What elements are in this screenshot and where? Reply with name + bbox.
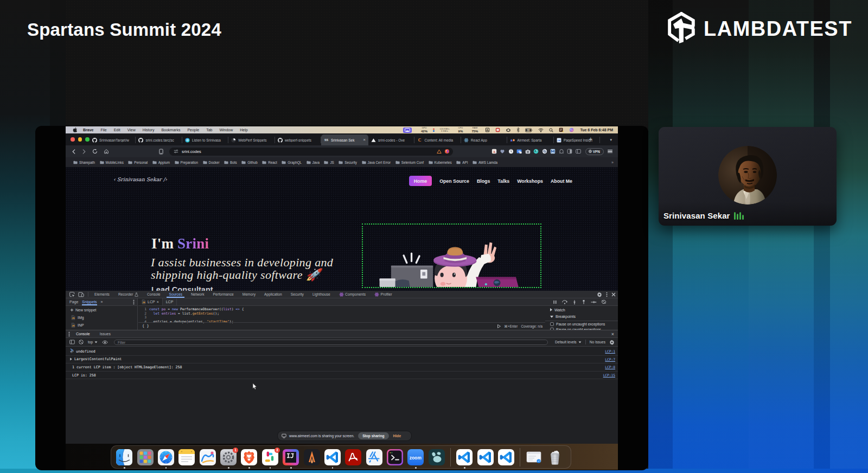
dbg-stepover-icon[interactable] <box>562 300 567 304</box>
ext-heart-icon[interactable] <box>500 149 505 154</box>
devtools-tab[interactable]: Sources <box>164 291 187 298</box>
bookmark-folder[interactable]: Kubernetes <box>429 161 452 164</box>
console-log-row[interactable]: 1 current LCP item : [object HTMLImageEl… <box>66 363 618 372</box>
forward-icon[interactable] <box>82 149 86 154</box>
console-close-icon[interactable]: × <box>611 331 614 337</box>
devtools-tab[interactable]: Lighthouse <box>308 291 335 298</box>
console-log-row[interactable]: undefined LCP:1 <box>66 348 618 356</box>
bookmark-folder[interactable]: AWS Lamda <box>473 161 497 164</box>
snippet-item[interactable]: JSINP <box>66 321 137 329</box>
menubar-menu[interactable]: Tab <box>206 128 212 132</box>
devtools-settings-icon[interactable] <box>597 292 602 297</box>
bookmark-folder[interactable]: GraphQL <box>282 161 302 164</box>
editor-file-tab[interactable]: LCP <box>163 298 177 305</box>
issues-count[interactable]: No Issues <box>590 340 605 344</box>
dock-app[interactable] <box>283 449 299 465</box>
stop-sharing-button[interactable]: Stop sharing <box>358 432 388 439</box>
site-nav-link[interactable]: Blogs <box>477 178 490 184</box>
dbg-step-icon[interactable] <box>591 300 596 304</box>
vpn-button[interactable]: VPN <box>585 148 604 155</box>
bookmark-folder[interactable]: Sharepath <box>73 161 95 164</box>
bookmark-folder[interactable]: Security <box>339 161 357 164</box>
devtools-tab[interactable]: Profiler <box>370 291 397 298</box>
close-window-button[interactable] <box>71 137 75 142</box>
sources-sidebar-tab[interactable]: Page <box>69 298 78 305</box>
bookmark-folder[interactable]: Preparation <box>175 161 199 164</box>
rewards-icon[interactable] <box>444 149 450 154</box>
editor-file-tab[interactable]: JSLCP× <box>138 298 163 305</box>
bookmark-folder[interactable]: MobileLinks <box>100 161 124 164</box>
ext-clock-icon[interactable] <box>508 149 514 154</box>
console-log-row[interactable]: LCP is: 258 LCP:15 <box>66 372 618 380</box>
console-tab[interactable]: Console <box>72 330 94 337</box>
dock-app[interactable] <box>158 449 174 465</box>
dock-app[interactable] <box>387 449 403 465</box>
site-nav-link[interactable]: Talks <box>497 178 509 184</box>
dock-app[interactable] <box>200 449 216 465</box>
browser-tab[interactable]: Airmeet: Sparta <box>507 135 553 145</box>
screen-recording-indicator[interactable] <box>403 127 412 133</box>
ext-window-icon[interactable] <box>576 149 581 154</box>
dock-app[interactable]: 1 <box>220 449 237 465</box>
spotlight-icon[interactable] <box>549 128 553 132</box>
devtools-tab[interactable]: Elements <box>90 291 114 298</box>
con-eye-icon[interactable] <box>102 340 108 344</box>
dock-app[interactable]: 3 <box>262 449 278 465</box>
bookmark-folder[interactable]: Github <box>241 161 258 164</box>
cpu-stat[interactable]: CPU9% <box>458 127 463 133</box>
context-selector[interactable]: top <box>88 340 98 344</box>
console-source-link[interactable]: LCP:7 <box>605 357 615 361</box>
bookmark-folder[interactable]: Appium <box>152 161 170 164</box>
dock-app[interactable] <box>429 449 445 465</box>
tab-close-icon[interactable]: × <box>363 138 366 142</box>
address-bar[interactable]: srini.codes <box>169 148 453 156</box>
dbg-stepin-icon[interactable] <box>572 300 577 304</box>
bat-icon[interactable] <box>437 149 442 154</box>
menubar-menu[interactable]: File <box>100 128 106 132</box>
stats-app-icon[interactable] <box>485 127 490 132</box>
hide-sharing-bar-button[interactable]: Hide <box>393 434 401 438</box>
console-tab[interactable]: Issues <box>96 330 114 337</box>
dock-app[interactable]: zoom <box>407 449 424 465</box>
menubar-menu[interactable]: Brave <box>83 128 93 132</box>
new-tab-button[interactable]: + <box>589 136 592 142</box>
dock-app[interactable] <box>241 449 257 465</box>
log-levels-selector[interactable]: Default levels <box>555 340 582 344</box>
menubar-menu[interactable]: Window <box>219 128 233 132</box>
devtools-close-icon[interactable] <box>611 292 616 297</box>
home-icon[interactable] <box>104 149 109 154</box>
console-settings-icon[interactable] <box>609 340 615 345</box>
site-nav-link[interactable]: Home <box>409 176 432 186</box>
bookmark-folder[interactable]: JS <box>324 161 334 164</box>
browser-tab[interactable]: React App <box>461 135 507 145</box>
dbg-stepout-icon[interactable] <box>582 300 586 304</box>
pause-uncaught-checkbox[interactable]: Pause on uncaught exceptions <box>545 321 618 327</box>
dock-app[interactable] <box>345 449 361 465</box>
site-nav-link[interactable]: Workshops <box>517 178 543 184</box>
new-snippet-button[interactable]: New snippet <box>66 306 137 314</box>
devtools-tab[interactable]: Performance <box>209 291 238 298</box>
ext-camera-icon[interactable] <box>525 149 531 154</box>
console-source-link[interactable]: LCP:1 <box>605 349 615 353</box>
ext-atom-icon[interactable] <box>542 149 547 154</box>
browser-tab[interactable]: SS Srinivasan Sek × <box>321 135 368 145</box>
menubar-clock[interactable]: Tue 6 Feb 6:48 PM <box>580 128 613 132</box>
ram-stat[interactable]: RAM75% <box>471 127 478 133</box>
dock-window[interactable] <box>456 449 473 465</box>
dock-app[interactable] <box>137 449 154 465</box>
ext-teal-icon[interactable] <box>533 149 539 154</box>
wifi-icon[interactable] <box>538 128 544 132</box>
console-source-link[interactable]: LCP:15 <box>603 373 615 377</box>
battery-icon[interactable]: 88 <box>525 128 533 132</box>
menubar-menu[interactable]: History <box>143 128 155 132</box>
bookmark-folder[interactable]: API <box>456 161 468 164</box>
file-tab-close-icon[interactable]: × <box>157 300 159 304</box>
ext-folder-icon[interactable] <box>516 149 522 154</box>
minimize-window-button[interactable] <box>78 137 82 142</box>
zoom-window-button[interactable] <box>85 137 90 142</box>
dock-app[interactable] <box>324 449 341 465</box>
bookmark-folder[interactable]: Docker <box>203 161 220 164</box>
bookmark-folder[interactable]: React <box>262 161 277 164</box>
menubar-menu[interactable]: Bookmarks <box>161 128 180 132</box>
devtools-tab[interactable]: Components <box>335 291 370 298</box>
